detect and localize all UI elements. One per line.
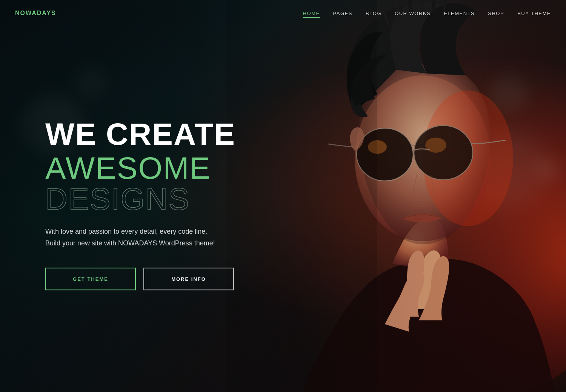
- logo-now: NOW: [15, 10, 32, 16]
- hero-content: WE CREATE AWESOME DESIGNS With love and …: [45, 119, 309, 290]
- logo-text: NOWADAYS: [15, 10, 56, 17]
- nav-item-home[interactable]: HOME: [303, 10, 320, 17]
- nav-link-home[interactable]: HOME: [303, 11, 320, 16]
- nav-link-shop[interactable]: SHOP: [488, 11, 504, 16]
- nav-link-our-works[interactable]: OUR WORKS: [395, 11, 431, 16]
- nav-item-elements[interactable]: ELEMENTS: [444, 10, 475, 17]
- nav-item-blog[interactable]: BLOG: [366, 10, 381, 17]
- get-theme-button[interactable]: GET THEME: [45, 268, 136, 290]
- nav-item-our-works[interactable]: OUR WORKS: [395, 10, 431, 17]
- hero-headline-line2: AWESOME DESIGNS: [45, 153, 309, 214]
- nav-link-pages[interactable]: PAGES: [333, 11, 352, 16]
- more-info-button[interactable]: MORE INFO: [143, 268, 234, 290]
- nav-link-buy-theme[interactable]: BUY THEME: [517, 11, 551, 16]
- nav-links: HOME PAGES BLOG OUR WORKS ELEMENTS SHOP …: [303, 10, 551, 17]
- nav-item-shop[interactable]: SHOP: [488, 10, 504, 17]
- hero-subtext: With love and passion to every detail, e…: [45, 226, 309, 249]
- hero-headline-outline: DESIGNS: [45, 182, 190, 216]
- navigation: NOWADAYS HOME PAGES BLOG OUR WORKS ELEME…: [0, 0, 566, 26]
- hero-subtext-line1: With love and passion to every detail, e…: [45, 228, 207, 235]
- hero-headline-green: AWESOME: [45, 151, 211, 185]
- nav-item-buy-theme[interactable]: BUY THEME: [517, 10, 551, 17]
- logo-adays: ADAYS: [32, 10, 56, 16]
- nav-item-pages[interactable]: PAGES: [333, 10, 352, 17]
- nav-link-elements[interactable]: ELEMENTS: [444, 11, 475, 16]
- hero-subtext-line2: Build your new site with NOWADAYS WordPr…: [45, 239, 215, 247]
- nav-link-blog[interactable]: BLOG: [366, 11, 381, 16]
- hero-headline-line1: WE CREATE: [45, 119, 309, 150]
- logo[interactable]: NOWADAYS: [15, 10, 56, 17]
- hero-buttons: GET THEME MORE INFO: [45, 268, 309, 290]
- hero-section: NOWADAYS HOME PAGES BLOG OUR WORKS ELEME…: [0, 0, 566, 392]
